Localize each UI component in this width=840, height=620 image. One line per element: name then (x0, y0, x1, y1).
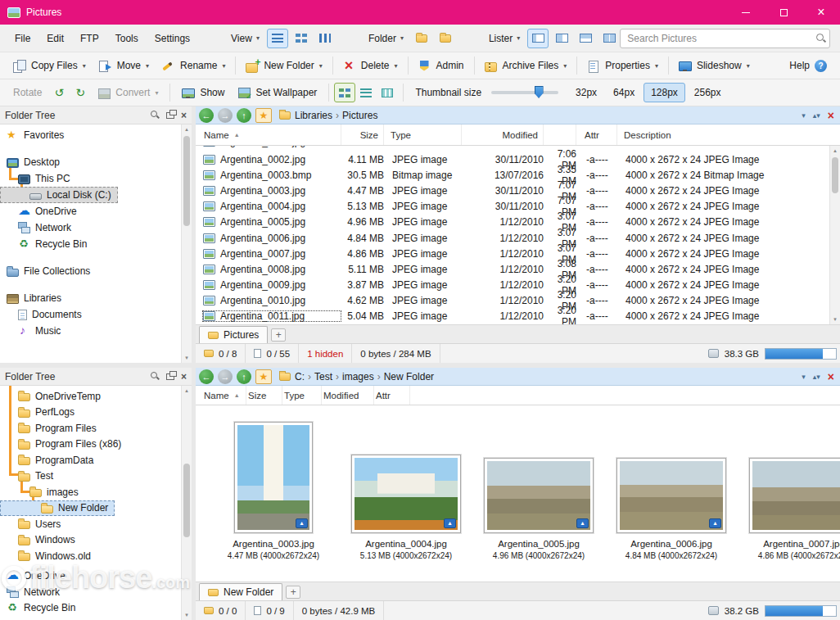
file-name-cell[interactable]: Argentina_0011.jpg (202, 310, 341, 322)
scroll-down-icon[interactable]: ▾ (182, 355, 192, 361)
minimize-button[interactable] (727, 0, 765, 25)
tree-item[interactable]: ProgramData (0, 452, 100, 468)
breadcrumb-segment[interactable]: New Folder (384, 371, 434, 382)
maximize-button[interactable] (765, 0, 802, 25)
thumbnail-size-button[interactable]: 64px (606, 83, 642, 102)
view-list-button[interactable] (314, 29, 336, 48)
thumbnail-mode-button[interactable] (334, 83, 355, 102)
rotate-left-button[interactable]: ↺ (48, 83, 70, 102)
file-row[interactable]: Argentina_0002.jpg 4.11 MB JPEG image 30… (202, 152, 840, 167)
path-dropdown-icon[interactable]: ▾ (802, 373, 806, 381)
tree-detach-icon[interactable] (166, 112, 174, 119)
file-row[interactable]: Argentina_0003.bmp 30.5 MB Bitmap image … (202, 167, 840, 183)
tree-item[interactable]: OneDriveTemp (0, 388, 107, 405)
forward-button[interactable]: → (218, 369, 233, 384)
thumbnail-size-button[interactable]: 256px (687, 83, 729, 102)
view-menu-button[interactable]: View▾ (226, 29, 264, 48)
menu-item[interactable]: Edit (38, 29, 72, 48)
toolbar-button[interactable]: Copy Files ▾ (7, 57, 93, 75)
new-tab-button[interactable]: + (286, 586, 300, 599)
toolbar-button[interactable]: Delete ▾ (336, 57, 404, 75)
show-button[interactable]: Show (175, 84, 231, 102)
tree-item[interactable]: Desktop (0, 154, 66, 170)
thumbnail-item[interactable]: ▴ Argentina_0006.jpg 4.84 MB (4000x2672x… (612, 458, 731, 560)
tree-item[interactable]: Windows (0, 532, 82, 549)
folder-menu-button[interactable]: Folder▾ (364, 29, 409, 48)
tree-find-icon[interactable] (151, 111, 160, 120)
breadcrumb-segment[interactable]: images (342, 371, 374, 382)
file-row[interactable]: Argentina_0005.jpg 4.96 MB JPEG image 1/… (202, 215, 840, 230)
toolbar-button[interactable]: ▾ (668, 57, 669, 75)
menu-item[interactable]: File (7, 29, 38, 48)
folder-new-button[interactable] (411, 29, 432, 48)
file-name-cell[interactable]: Argentina_0002.jpg (202, 154, 341, 165)
column-size[interactable]: Size (246, 386, 282, 405)
lister-dual-vertical-button[interactable] (551, 29, 572, 48)
lister-tree-button[interactable] (598, 29, 620, 48)
file-name-cell[interactable]: Argentina_0003.bmp (202, 170, 341, 181)
toolbar-button[interactable]: ▾ (474, 57, 475, 75)
tree-item[interactable]: OneDrive (0, 203, 84, 219)
column-size[interactable]: Size (341, 124, 384, 145)
list-scrollbar[interactable]: ▴ ▾ (829, 146, 840, 324)
tree-item[interactable]: Program Files (x86) (0, 437, 128, 453)
tree-item[interactable]: New Folder (0, 500, 115, 517)
breadcrumb-segment[interactable]: Test (314, 371, 332, 382)
tree-item[interactable]: OneDrive (0, 568, 72, 585)
help-button[interactable]: Help ? (783, 57, 833, 75)
favorites-button[interactable]: ★ (255, 108, 272, 123)
scroll-down-icon[interactable]: ▾ (182, 612, 192, 618)
toolbar-button[interactable]: ▾ (332, 57, 333, 75)
scrollbar-thumb[interactable] (183, 464, 190, 537)
scroll-up-icon[interactable]: ▴ (182, 387, 192, 394)
folder-tab[interactable]: Pictures (199, 326, 268, 343)
file-row[interactable]: Argentina_0010.jpg 4.62 MB JPEG image 1/… (202, 293, 840, 309)
toolbar-button[interactable]: Move ▾ (93, 57, 156, 75)
rotate-label[interactable]: Rotate (7, 87, 48, 98)
column-name[interactable]: Name▲ (202, 124, 341, 145)
file-row[interactable]: Argentina_0011.jpg 5.04 MB JPEG image 1/… (202, 309, 840, 324)
file-row[interactable]: Argentina_0003.jpg 4.47 MB JPEG image 30… (202, 183, 840, 198)
tree-detach-icon[interactable] (166, 373, 174, 380)
scrollbar-thumb[interactable] (183, 136, 190, 226)
tree-item[interactable]: Network (0, 584, 66, 600)
file-row[interactable]: Argentina_0006.jpg 4.84 MB JPEG image 1/… (202, 230, 840, 246)
tree-item[interactable]: Favorites (0, 127, 70, 143)
column-description[interactable]: Description (617, 124, 840, 145)
up-button[interactable]: ↑ (237, 369, 251, 384)
close-lister-icon[interactable]: × (828, 111, 834, 120)
tree-find-icon[interactable] (151, 372, 160, 381)
thumbnail-item[interactable]: ▴ Argentina_0004.jpg 5.13 MB (4000x2672x… (346, 455, 466, 560)
file-name-cell[interactable]: Argentina_0010.jpg (202, 295, 341, 306)
thumbnail-size-button[interactable]: 32px (568, 83, 604, 102)
toolbar-button[interactable]: Rename ▾ (156, 57, 232, 75)
tree-scrollbar[interactable]: ▴ ▾ (181, 386, 192, 620)
tree-item[interactable]: Windows.old (0, 548, 97, 564)
thumbnail-size-slider[interactable] (491, 91, 558, 94)
file-name-cell[interactable]: Argentina_0008.jpg (202, 264, 341, 275)
close-button[interactable]: × (802, 0, 840, 25)
back-button[interactable]: ← (199, 369, 214, 384)
column-modified[interactable]: Modified (322, 386, 374, 405)
toolbar-button[interactable]: Admin ▾ (412, 57, 471, 75)
rotate-right-button[interactable]: ↻ (70, 83, 91, 102)
toolbar-button[interactable]: ▾ (576, 57, 577, 75)
file-name-cell[interactable]: Argentina_0005.jpg (202, 216, 341, 228)
column-attr[interactable]: Attr (374, 386, 410, 405)
file-name-cell[interactable]: Argentina_0003.jpg (202, 185, 341, 197)
file-row[interactable]: Argentina_0004.jpg 5.13 MB JPEG image 30… (202, 199, 840, 215)
toolbar-button[interactable]: New Folder ▾ (239, 57, 328, 75)
column-modified-time[interactable] (544, 124, 576, 145)
scroll-down-icon[interactable]: ▾ (830, 316, 840, 323)
toolbar-button[interactable]: Properties ▾ (580, 57, 665, 75)
breadcrumb-segment[interactable]: Pictures (342, 110, 377, 121)
slider-handle-icon[interactable] (535, 86, 544, 98)
scroll-up-icon[interactable]: ▴ (182, 126, 192, 133)
thumbnail-item[interactable]: ▴ Argentina_0005.jpg 4.96 MB (4000x2672x… (479, 458, 598, 560)
forward-button[interactable]: → (218, 108, 233, 123)
breadcrumb-segment[interactable]: Libraries (295, 110, 332, 121)
swap-panes-icon[interactable]: ▴▾ (813, 373, 820, 381)
back-button[interactable]: ← (199, 108, 214, 123)
view-details-button[interactable] (267, 29, 288, 48)
column-modified[interactable]: Modified (462, 124, 544, 145)
